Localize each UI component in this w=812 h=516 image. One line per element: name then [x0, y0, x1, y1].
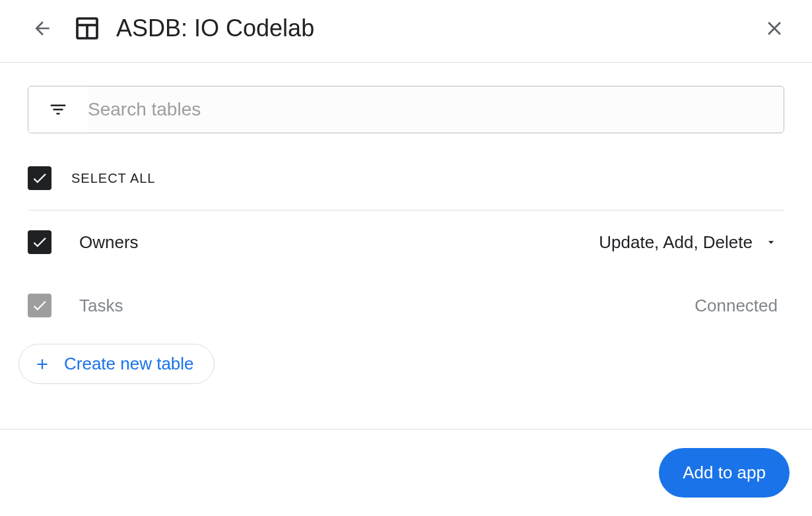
- table-checkbox-owners[interactable]: [28, 230, 51, 254]
- back-button[interactable]: [32, 18, 53, 39]
- permissions-label: Update, Add, Delete: [599, 232, 753, 253]
- filter-icon: [28, 86, 88, 133]
- search-input[interactable]: [88, 86, 784, 133]
- add-to-app-button[interactable]: Add to app: [659, 448, 790, 498]
- permissions-dropdown[interactable]: Update, Add, Delete: [599, 232, 784, 253]
- arrow-left-icon: [32, 18, 53, 39]
- table-name: Tasks: [79, 296, 123, 316]
- status-label: Connected: [694, 296, 784, 316]
- header: ASDB: IO Codelab: [0, 0, 812, 63]
- footer: Add to app: [0, 429, 812, 516]
- select-all-row: SELECT ALL: [28, 133, 784, 210]
- database-icon: [74, 15, 100, 42]
- dropdown-icon: [764, 236, 778, 249]
- close-icon: [763, 17, 786, 40]
- select-all-label: SELECT ALL: [71, 171, 155, 186]
- create-button-label: Create new table: [64, 354, 194, 374]
- check-icon: [31, 170, 48, 187]
- create-new-table-button[interactable]: Create new table: [18, 344, 215, 384]
- check-icon: [31, 234, 48, 251]
- page-title: ASDB: IO Codelab: [116, 15, 314, 42]
- table-row: Owners Update, Add, Delete: [28, 210, 784, 274]
- table-name: Owners: [79, 232, 139, 253]
- check-icon: [31, 297, 48, 314]
- plus-icon: [34, 356, 51, 373]
- close-button[interactable]: [763, 17, 786, 40]
- search-container: [28, 86, 784, 133]
- table-checkbox-tasks[interactable]: [28, 294, 51, 317]
- select-all-checkbox[interactable]: [28, 166, 51, 190]
- content-area: SELECT ALL Owners Update, Add, Delete Ta…: [0, 63, 812, 384]
- table-row: Tasks Connected: [28, 274, 784, 337]
